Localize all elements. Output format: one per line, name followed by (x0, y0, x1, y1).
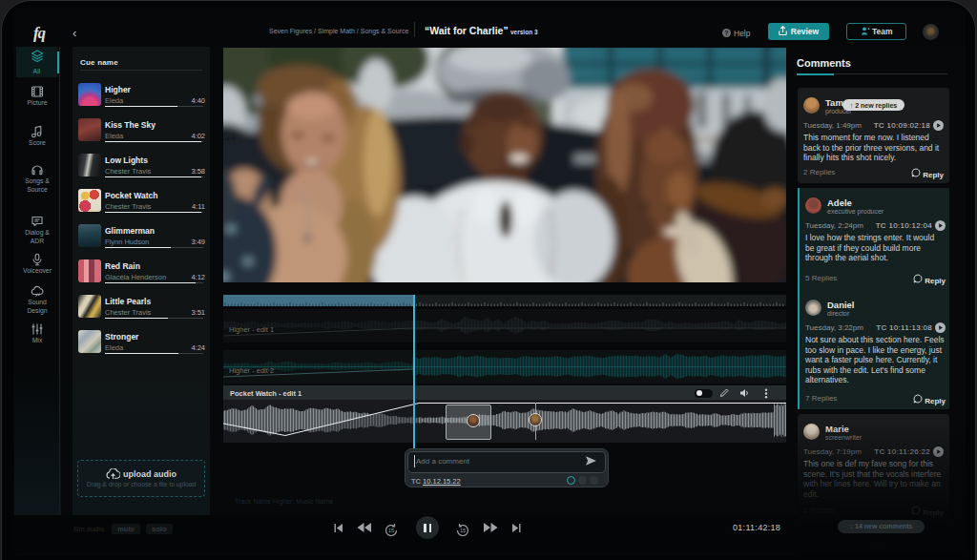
svg-text:15: 15 (460, 528, 466, 533)
svg-text:15: 15 (388, 528, 394, 533)
